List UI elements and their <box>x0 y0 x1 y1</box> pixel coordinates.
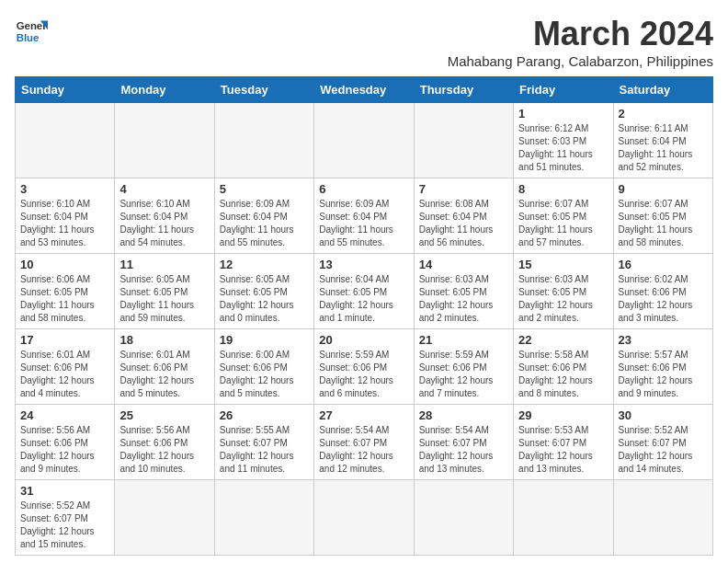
day-number: 22 <box>518 333 608 347</box>
calendar-cell: 2Sunrise: 6:11 AM Sunset: 6:04 PM Daylig… <box>613 103 712 178</box>
calendar-cell: 15Sunrise: 6:03 AM Sunset: 6:05 PM Dayli… <box>514 254 613 329</box>
day-number: 24 <box>20 408 109 422</box>
week-row-3: 17Sunrise: 6:01 AM Sunset: 6:06 PM Dayli… <box>16 329 713 405</box>
calendar-cell: 5Sunrise: 6:09 AM Sunset: 6:04 PM Daylig… <box>214 178 313 254</box>
calendar-cell: 19Sunrise: 6:00 AM Sunset: 6:06 PM Dayli… <box>214 329 313 405</box>
day-info: Sunrise: 5:54 AM Sunset: 6:07 PM Dayligh… <box>319 424 408 476</box>
day-number: 17 <box>20 333 109 347</box>
day-number: 15 <box>518 258 608 271</box>
day-info: Sunrise: 6:09 AM Sunset: 6:04 PM Dayligh… <box>319 198 408 249</box>
calendar-body: 1Sunrise: 6:12 AM Sunset: 6:03 PM Daylig… <box>16 103 713 556</box>
day-number: 27 <box>319 408 408 422</box>
generalblue-logo-icon: General Blue <box>15 15 48 48</box>
day-number: 28 <box>419 408 508 422</box>
day-info: Sunrise: 6:11 AM Sunset: 6:04 PM Dayligh… <box>619 122 708 174</box>
calendar-cell <box>115 103 214 178</box>
calendar-cell: 22Sunrise: 5:58 AM Sunset: 6:06 PM Dayli… <box>514 329 613 405</box>
col-header-tuesday: Tuesday <box>214 77 313 103</box>
day-info: Sunrise: 5:57 AM Sunset: 6:06 PM Dayligh… <box>619 349 708 400</box>
calendar-cell: 25Sunrise: 5:56 AM Sunset: 6:06 PM Dayli… <box>115 405 214 480</box>
calendar-cell: 7Sunrise: 6:08 AM Sunset: 6:04 PM Daylig… <box>414 178 513 254</box>
day-info: Sunrise: 6:00 AM Sunset: 6:06 PM Dayligh… <box>220 349 309 400</box>
col-header-thursday: Thursday <box>414 77 513 103</box>
calendar-cell: 9Sunrise: 6:07 AM Sunset: 6:05 PM Daylig… <box>613 178 712 254</box>
day-info: Sunrise: 6:10 AM Sunset: 6:04 PM Dayligh… <box>119 198 209 249</box>
day-info: Sunrise: 5:54 AM Sunset: 6:07 PM Dayligh… <box>419 424 508 476</box>
day-info: Sunrise: 5:56 AM Sunset: 6:06 PM Dayligh… <box>20 424 109 476</box>
day-number: 19 <box>220 333 309 347</box>
calendar-cell: 31Sunrise: 5:52 AM Sunset: 6:07 PM Dayli… <box>16 480 115 556</box>
calendar-cell <box>613 480 712 556</box>
day-number: 10 <box>20 258 109 271</box>
week-row-4: 24Sunrise: 5:56 AM Sunset: 6:06 PM Dayli… <box>16 405 713 480</box>
day-info: Sunrise: 5:52 AM Sunset: 6:07 PM Dayligh… <box>20 500 109 551</box>
day-number: 4 <box>119 182 209 196</box>
day-info: Sunrise: 6:05 AM Sunset: 6:05 PM Dayligh… <box>119 273 209 325</box>
calendar-cell <box>314 480 414 556</box>
calendar-title: March 2024 <box>448 15 713 53</box>
day-number: 7 <box>419 182 508 196</box>
day-number: 25 <box>119 408 209 422</box>
week-row-0: 1Sunrise: 6:12 AM Sunset: 6:03 PM Daylig… <box>16 103 713 178</box>
day-info: Sunrise: 6:07 AM Sunset: 6:05 PM Dayligh… <box>619 198 708 249</box>
week-row-1: 3Sunrise: 6:10 AM Sunset: 6:04 PM Daylig… <box>16 178 713 254</box>
day-info: Sunrise: 5:53 AM Sunset: 6:07 PM Dayligh… <box>518 424 608 476</box>
day-number: 3 <box>20 182 109 196</box>
day-info: Sunrise: 6:09 AM Sunset: 6:04 PM Dayligh… <box>220 198 309 249</box>
calendar-cell: 13Sunrise: 6:04 AM Sunset: 6:05 PM Dayli… <box>314 254 414 329</box>
calendar-cell: 20Sunrise: 5:59 AM Sunset: 6:06 PM Dayli… <box>314 329 414 405</box>
calendar-cell: 30Sunrise: 5:52 AM Sunset: 6:07 PM Dayli… <box>613 405 712 480</box>
calendar-cell: 21Sunrise: 5:59 AM Sunset: 6:06 PM Dayli… <box>414 329 513 405</box>
calendar-cell: 12Sunrise: 6:05 AM Sunset: 6:05 PM Dayli… <box>214 254 313 329</box>
calendar-cell: 4Sunrise: 6:10 AM Sunset: 6:04 PM Daylig… <box>115 178 214 254</box>
day-info: Sunrise: 5:52 AM Sunset: 6:07 PM Dayligh… <box>619 424 708 476</box>
day-info: Sunrise: 6:01 AM Sunset: 6:06 PM Dayligh… <box>20 349 109 400</box>
day-info: Sunrise: 6:03 AM Sunset: 6:05 PM Dayligh… <box>518 273 608 325</box>
svg-text:Blue: Blue <box>17 32 40 43</box>
calendar-cell: 8Sunrise: 6:07 AM Sunset: 6:05 PM Daylig… <box>514 178 613 254</box>
day-info: Sunrise: 6:02 AM Sunset: 6:06 PM Dayligh… <box>619 273 708 325</box>
col-header-friday: Friday <box>514 77 613 103</box>
day-number: 8 <box>518 182 608 196</box>
title-area: March 2024 Mahabang Parang, Calabarzon, … <box>448 15 713 69</box>
calendar-cell: 18Sunrise: 6:01 AM Sunset: 6:06 PM Dayli… <box>115 329 214 405</box>
day-number: 30 <box>619 408 708 422</box>
calendar-cell: 17Sunrise: 6:01 AM Sunset: 6:06 PM Dayli… <box>16 329 115 405</box>
day-number: 5 <box>220 182 309 196</box>
day-number: 29 <box>518 408 608 422</box>
calendar-cell <box>314 103 414 178</box>
calendar-cell <box>414 480 513 556</box>
calendar-cell <box>115 480 214 556</box>
column-headers: SundayMondayTuesdayWednesdayThursdayFrid… <box>16 77 713 103</box>
calendar-table: SundayMondayTuesdayWednesdayThursdayFrid… <box>15 76 713 556</box>
day-number: 2 <box>619 107 708 121</box>
col-header-monday: Monday <box>115 77 214 103</box>
day-info: Sunrise: 5:56 AM Sunset: 6:06 PM Dayligh… <box>119 424 209 476</box>
calendar-cell <box>414 103 513 178</box>
day-number: 13 <box>319 258 408 271</box>
day-info: Sunrise: 6:01 AM Sunset: 6:06 PM Dayligh… <box>119 349 209 400</box>
calendar-cell: 24Sunrise: 5:56 AM Sunset: 6:06 PM Dayli… <box>16 405 115 480</box>
day-info: Sunrise: 6:10 AM Sunset: 6:04 PM Dayligh… <box>20 198 109 249</box>
week-row-5: 31Sunrise: 5:52 AM Sunset: 6:07 PM Dayli… <box>16 480 713 556</box>
col-header-wednesday: Wednesday <box>314 77 414 103</box>
week-row-2: 10Sunrise: 6:06 AM Sunset: 6:05 PM Dayli… <box>16 254 713 329</box>
day-number: 18 <box>119 333 209 347</box>
calendar-subtitle: Mahabang Parang, Calabarzon, Philippines <box>448 53 713 69</box>
day-info: Sunrise: 5:59 AM Sunset: 6:06 PM Dayligh… <box>419 349 508 400</box>
day-info: Sunrise: 6:04 AM Sunset: 6:05 PM Dayligh… <box>319 273 408 325</box>
day-number: 23 <box>619 333 708 347</box>
day-number: 31 <box>20 484 109 498</box>
day-info: Sunrise: 5:59 AM Sunset: 6:06 PM Dayligh… <box>319 349 408 400</box>
logo: General Blue <box>15 15 48 48</box>
calendar-cell: 23Sunrise: 5:57 AM Sunset: 6:06 PM Dayli… <box>613 329 712 405</box>
day-info: Sunrise: 6:08 AM Sunset: 6:04 PM Dayligh… <box>419 198 508 249</box>
day-number: 12 <box>220 258 309 271</box>
col-header-sunday: Sunday <box>16 77 115 103</box>
calendar-cell: 26Sunrise: 5:55 AM Sunset: 6:07 PM Dayli… <box>214 405 313 480</box>
header: General Blue March 2024 Mahabang Parang,… <box>15 15 713 69</box>
calendar-cell: 29Sunrise: 5:53 AM Sunset: 6:07 PM Dayli… <box>514 405 613 480</box>
calendar-cell <box>16 103 115 178</box>
day-info: Sunrise: 6:12 AM Sunset: 6:03 PM Dayligh… <box>518 122 608 174</box>
day-info: Sunrise: 6:05 AM Sunset: 6:05 PM Dayligh… <box>220 273 309 325</box>
